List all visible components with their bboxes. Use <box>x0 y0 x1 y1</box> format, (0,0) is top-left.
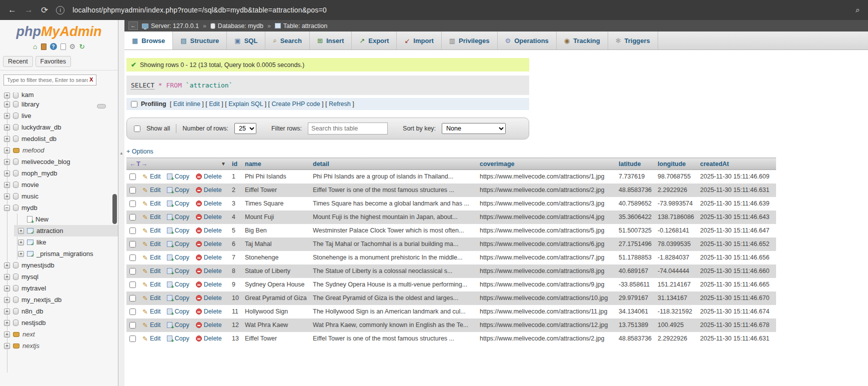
tab-recent[interactable]: Recent <box>3 56 33 67</box>
copy-link[interactable]: Copy <box>174 200 189 207</box>
sidebar-item-music[interactable]: +music <box>0 190 118 202</box>
row-checkbox[interactable] <box>129 200 136 207</box>
expand-icon[interactable]: + <box>4 194 10 200</box>
edit-link[interactable]: Edit <box>150 200 161 207</box>
expand-icon[interactable]: + <box>4 124 10 130</box>
sidebar-item-mysql[interactable]: +mysql <box>0 271 118 282</box>
delete-link[interactable]: Delete <box>204 268 222 274</box>
copy-action[interactable]: Copy <box>167 240 189 248</box>
sidebar-table-attraction[interactable]: +attraction <box>14 225 118 236</box>
table-search-input[interactable] <box>308 122 388 134</box>
row-checkbox[interactable] <box>129 282 136 288</box>
sidebar-item-n8n_db[interactable]: +n8n_db <box>0 306 118 317</box>
column-sort-link[interactable]: name <box>245 160 261 168</box>
profiling-link-explain-sql[interactable]: Explain SQL <box>228 100 263 108</box>
edit-link[interactable]: Edit <box>150 294 161 302</box>
settings-gear-icon[interactable]: ⚙ <box>69 43 76 50</box>
expand-icon[interactable]: + <box>4 308 10 314</box>
delete-link[interactable]: Delete <box>204 335 222 342</box>
copy-action[interactable]: Copy <box>167 200 189 207</box>
column-sort-link[interactable]: createdAt <box>700 160 729 168</box>
tab-favorites[interactable]: Favorites <box>35 56 71 67</box>
expand-icon[interactable]: + <box>4 262 10 268</box>
breadcrumb-server[interactable]: Server: 127.0.0.1 <box>142 22 199 30</box>
docs-icon[interactable] <box>60 44 66 50</box>
delete-link[interactable]: Delete <box>204 240 222 248</box>
copy-action[interactable]: Copy <box>167 281 189 288</box>
edit-link[interactable]: Edit <box>150 186 161 194</box>
delete-action[interactable]: Delete <box>196 281 222 288</box>
copy-link[interactable]: Copy <box>174 214 189 220</box>
edit-action[interactable]: ✎ Edit <box>142 173 160 180</box>
sidebar-item-nestjsdb[interactable]: +nestjsdb <box>0 317 118 328</box>
row-checkbox[interactable] <box>129 295 136 302</box>
delete-action[interactable]: Delete <box>196 200 222 207</box>
browser-forward-icon[interactable]: → <box>24 5 33 15</box>
sidebar-table-_prisma_migrations[interactable]: +_prisma_migrations <box>14 248 118 260</box>
expand-icon[interactable]: + <box>4 148 10 154</box>
edit-link[interactable]: Edit <box>150 335 161 342</box>
edit-link[interactable]: Edit <box>150 227 161 234</box>
row-checkbox[interactable] <box>129 336 136 342</box>
scroll-up-icon[interactable]: ▲ <box>119 151 123 156</box>
copy-link[interactable]: Copy <box>174 254 189 261</box>
copy-link[interactable]: Copy <box>174 227 189 234</box>
sidebar-item-nextjs[interactable]: +nextjs <box>0 340 118 352</box>
row-checkbox[interactable] <box>129 268 136 274</box>
sidebar-item-medolist_db[interactable]: +medolist_db <box>0 133 118 144</box>
column-sort-link[interactable]: latitude <box>619 160 641 168</box>
delete-link[interactable]: Delete <box>204 254 222 261</box>
delete-action[interactable]: Delete <box>196 186 222 194</box>
row-checkbox[interactable] <box>129 308 136 315</box>
row-checkbox[interactable] <box>129 187 136 194</box>
tree-filter-input[interactable] <box>3 74 96 86</box>
sidebar-table-like[interactable]: +like <box>14 236 118 248</box>
delete-action[interactable]: Delete <box>196 322 222 328</box>
hide-navigation-button[interactable]: ← <box>128 22 138 30</box>
edit-link[interactable]: Edit <box>150 308 161 315</box>
delete-action[interactable]: Delete <box>196 294 222 302</box>
delete-action[interactable]: Delete <box>196 173 222 180</box>
tab-structure[interactable]: ▤ Structure <box>173 32 227 50</box>
expand-icon[interactable]: + <box>4 332 10 338</box>
edit-link[interactable]: Edit <box>150 268 161 274</box>
copy-link[interactable]: Copy <box>174 268 189 274</box>
delete-action[interactable]: Delete <box>196 335 222 342</box>
home-icon[interactable]: ⌂ <box>33 43 37 50</box>
expand-icon[interactable]: + <box>18 251 24 257</box>
delete-link[interactable]: Delete <box>204 173 222 180</box>
help-icon[interactable]: ? <box>50 43 57 50</box>
profiling-link-refresh[interactable]: Refresh <box>329 100 351 108</box>
delete-action[interactable]: Delete <box>196 268 222 274</box>
expand-icon[interactable]: + <box>4 113 10 119</box>
copy-link[interactable]: Copy <box>174 186 189 194</box>
copy-link[interactable]: Copy <box>174 335 189 342</box>
expand-icon[interactable]: + <box>4 159 10 165</box>
sidebar-item-kam[interactable]: +kam <box>0 92 118 98</box>
edit-link[interactable]: Edit <box>150 214 161 220</box>
profiling-checkbox[interactable] <box>131 101 137 108</box>
browser-zoom-icon[interactable]: ⌕ <box>856 6 860 14</box>
expand-icon[interactable]: + <box>4 136 10 142</box>
expand-icon[interactable]: + <box>4 182 10 188</box>
row-checkbox[interactable] <box>129 228 136 234</box>
sidebar-item-mefood[interactable]: +mefood <box>0 144 118 156</box>
expand-icon[interactable]: + <box>4 102 10 108</box>
tab-export[interactable]: ↗ Export <box>352 32 397 50</box>
expand-icon[interactable]: + <box>4 286 10 292</box>
edit-action[interactable]: ✎ Edit <box>142 308 160 316</box>
profiling-link-edit[interactable]: Edit <box>209 100 220 108</box>
sidebar-item-library[interactable]: +library <box>0 98 118 110</box>
edit-action[interactable]: ✎ Edit <box>142 186 160 194</box>
copy-action[interactable]: Copy <box>167 227 189 234</box>
delete-link[interactable]: Delete <box>204 200 222 207</box>
sidebar-item-new[interactable]: New <box>14 214 118 225</box>
copy-action[interactable]: Copy <box>167 254 189 261</box>
edit-action[interactable]: ✎ Edit <box>142 294 160 302</box>
copy-link[interactable]: Copy <box>174 281 189 288</box>
sidebar-scrollbar-thumb[interactable] <box>112 194 117 224</box>
phpmyadmin-logo[interactable]: phpMyAdmin <box>0 20 118 40</box>
delete-action[interactable]: Delete <box>196 240 222 248</box>
column-sort-link[interactable]: longitude <box>658 160 686 168</box>
copy-action[interactable]: Copy <box>167 268 189 274</box>
